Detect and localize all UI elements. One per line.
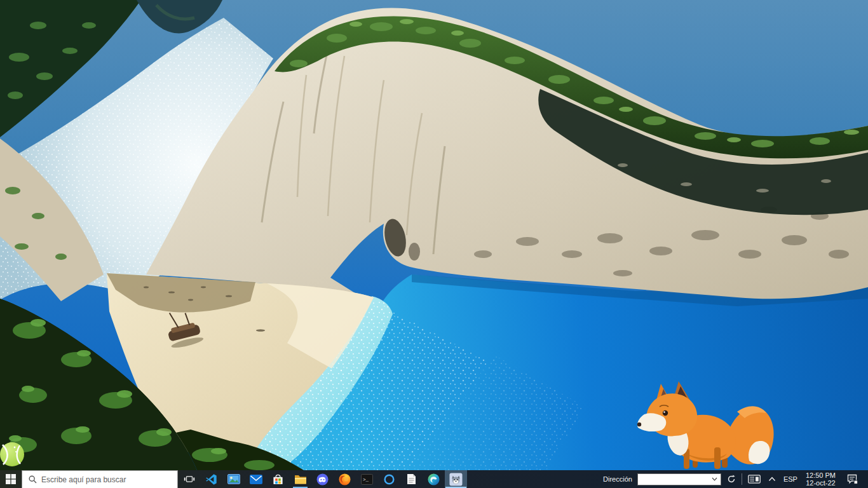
address-combo-box[interactable]: [637, 473, 721, 485]
mail-icon: [250, 475, 262, 484]
taskbar-app-discord[interactable]: [311, 470, 334, 488]
taskbar-search[interactable]: [22, 470, 178, 488]
desktop: >_: [0, 0, 868, 488]
taskbar-app-desktop-pet[interactable]: [445, 470, 467, 488]
prompt-glyph: >_: [363, 477, 369, 482]
action-center-icon: [847, 474, 858, 484]
taskbar-app-notepad[interactable]: [400, 470, 423, 488]
tennis-ball-sticker[interactable]: [0, 442, 24, 466]
taskbar-app-store[interactable]: [267, 470, 289, 488]
notepad-icon: [407, 473, 416, 485]
refresh-icon: [727, 475, 736, 484]
start-button[interactable]: [0, 470, 22, 488]
clock-time: 12:50 PM: [806, 471, 836, 479]
show-hidden-icons-button[interactable]: [766, 470, 778, 488]
command-prompt-icon: >_: [361, 474, 373, 485]
touch-keyboard-button[interactable]: [746, 470, 763, 488]
file-explorer-icon: [294, 474, 307, 485]
taskbar-app-photos[interactable]: [222, 470, 245, 488]
taskbar-app-firefox[interactable]: [334, 470, 356, 488]
action-center-button[interactable]: [842, 470, 863, 488]
taskbar: >_: [0, 470, 868, 488]
taskbar-app-command-prompt[interactable]: >_: [356, 470, 378, 488]
edge-icon: [428, 473, 440, 485]
clock-date: 12-oct-22: [806, 479, 836, 487]
chevron-down-icon: [712, 477, 717, 481]
windows-logo-icon: [6, 474, 16, 484]
taskbar-app-cortana[interactable]: [378, 470, 400, 488]
taskbar-clock[interactable]: 12:50 PM 12-oct-22: [803, 471, 838, 487]
taskbar-app-edge[interactable]: [423, 470, 445, 488]
taskbar-app-mail[interactable]: [245, 470, 267, 488]
cortana-icon: [383, 473, 395, 485]
taskbar-app-vscode[interactable]: [200, 470, 222, 488]
task-view-button[interactable]: [178, 470, 200, 488]
tray-separator: [742, 473, 742, 485]
search-input[interactable]: [41, 475, 177, 484]
language-indicator[interactable]: ESP: [782, 475, 799, 483]
search-icon: [29, 475, 37, 484]
address-go-button[interactable]: [725, 470, 738, 488]
desktop-pet-icon: [449, 473, 463, 486]
chevron-up-icon: [768, 477, 776, 482]
taskbar-app-file-explorer[interactable]: [289, 470, 311, 488]
system-tray: Dirección: [603, 470, 868, 488]
vscode-icon: [205, 473, 217, 485]
microsoft-store-icon: [272, 473, 284, 485]
notification-badge: [855, 481, 858, 484]
address-toolbar-label: Dirección: [603, 475, 632, 483]
photos-icon: [227, 474, 240, 484]
desktop-wallpaper: [0, 0, 868, 470]
firefox-icon: [339, 473, 351, 485]
task-view-icon: [184, 474, 195, 484]
touch-keyboard-icon: [748, 475, 761, 484]
discord-icon: [316, 473, 329, 485]
